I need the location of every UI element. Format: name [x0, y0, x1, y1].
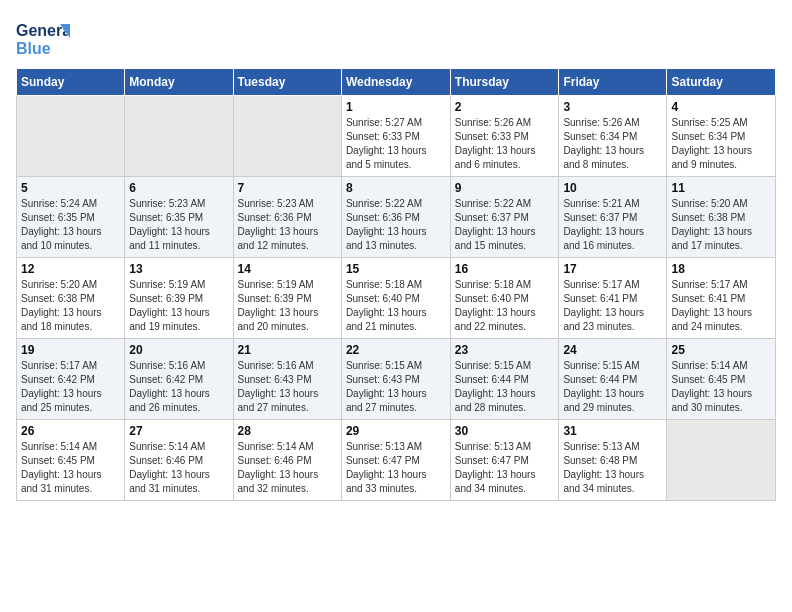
calendar-cell: 23Sunrise: 5:15 AMSunset: 6:44 PMDayligh…: [450, 339, 559, 420]
day-info: Sunrise: 5:17 AMSunset: 6:42 PMDaylight:…: [21, 359, 120, 415]
day-info: Sunrise: 5:18 AMSunset: 6:40 PMDaylight:…: [346, 278, 446, 334]
day-number: 20: [129, 343, 228, 357]
logo: General Blue: [16, 16, 70, 60]
calendar-table: Sunday Monday Tuesday Wednesday Thursday…: [16, 68, 776, 501]
calendar-cell: 24Sunrise: 5:15 AMSunset: 6:44 PMDayligh…: [559, 339, 667, 420]
day-number: 8: [346, 181, 446, 195]
calendar-cell: 28Sunrise: 5:14 AMSunset: 6:46 PMDayligh…: [233, 420, 341, 501]
calendar-cell: 20Sunrise: 5:16 AMSunset: 6:42 PMDayligh…: [125, 339, 233, 420]
day-number: 19: [21, 343, 120, 357]
day-number: 30: [455, 424, 555, 438]
day-number: 22: [346, 343, 446, 357]
calendar-cell: [125, 96, 233, 177]
day-info: Sunrise: 5:24 AMSunset: 6:35 PMDaylight:…: [21, 197, 120, 253]
day-info: Sunrise: 5:18 AMSunset: 6:40 PMDaylight:…: [455, 278, 555, 334]
day-info: Sunrise: 5:13 AMSunset: 6:47 PMDaylight:…: [455, 440, 555, 496]
calendar-cell: 13Sunrise: 5:19 AMSunset: 6:39 PMDayligh…: [125, 258, 233, 339]
col-sunday: Sunday: [17, 69, 125, 96]
calendar-cell: 4Sunrise: 5:25 AMSunset: 6:34 PMDaylight…: [667, 96, 776, 177]
calendar-cell: 29Sunrise: 5:13 AMSunset: 6:47 PMDayligh…: [341, 420, 450, 501]
day-info: Sunrise: 5:25 AMSunset: 6:34 PMDaylight:…: [671, 116, 771, 172]
day-number: 15: [346, 262, 446, 276]
day-number: 3: [563, 100, 662, 114]
day-info: Sunrise: 5:27 AMSunset: 6:33 PMDaylight:…: [346, 116, 446, 172]
day-number: 18: [671, 262, 771, 276]
calendar-week-4: 19Sunrise: 5:17 AMSunset: 6:42 PMDayligh…: [17, 339, 776, 420]
calendar-cell: 30Sunrise: 5:13 AMSunset: 6:47 PMDayligh…: [450, 420, 559, 501]
calendar-cell: 11Sunrise: 5:20 AMSunset: 6:38 PMDayligh…: [667, 177, 776, 258]
calendar-cell: 2Sunrise: 5:26 AMSunset: 6:33 PMDaylight…: [450, 96, 559, 177]
day-number: 6: [129, 181, 228, 195]
day-info: Sunrise: 5:14 AMSunset: 6:45 PMDaylight:…: [21, 440, 120, 496]
day-info: Sunrise: 5:19 AMSunset: 6:39 PMDaylight:…: [129, 278, 228, 334]
day-info: Sunrise: 5:14 AMSunset: 6:46 PMDaylight:…: [129, 440, 228, 496]
day-number: 12: [21, 262, 120, 276]
day-info: Sunrise: 5:16 AMSunset: 6:42 PMDaylight:…: [129, 359, 228, 415]
calendar-header-row: Sunday Monday Tuesday Wednesday Thursday…: [17, 69, 776, 96]
day-number: 7: [238, 181, 337, 195]
day-number: 27: [129, 424, 228, 438]
day-number: 13: [129, 262, 228, 276]
day-number: 1: [346, 100, 446, 114]
col-thursday: Thursday: [450, 69, 559, 96]
calendar-week-1: 1Sunrise: 5:27 AMSunset: 6:33 PMDaylight…: [17, 96, 776, 177]
calendar-cell: 26Sunrise: 5:14 AMSunset: 6:45 PMDayligh…: [17, 420, 125, 501]
page-header: General Blue: [16, 16, 776, 60]
day-number: 10: [563, 181, 662, 195]
calendar-cell: 27Sunrise: 5:14 AMSunset: 6:46 PMDayligh…: [125, 420, 233, 501]
day-number: 25: [671, 343, 771, 357]
svg-text:Blue: Blue: [16, 40, 51, 57]
day-number: 17: [563, 262, 662, 276]
calendar-cell: 5Sunrise: 5:24 AMSunset: 6:35 PMDaylight…: [17, 177, 125, 258]
col-saturday: Saturday: [667, 69, 776, 96]
day-info: Sunrise: 5:22 AMSunset: 6:37 PMDaylight:…: [455, 197, 555, 253]
calendar-cell: 14Sunrise: 5:19 AMSunset: 6:39 PMDayligh…: [233, 258, 341, 339]
calendar-cell: 25Sunrise: 5:14 AMSunset: 6:45 PMDayligh…: [667, 339, 776, 420]
calendar-week-3: 12Sunrise: 5:20 AMSunset: 6:38 PMDayligh…: [17, 258, 776, 339]
day-number: 21: [238, 343, 337, 357]
day-info: Sunrise: 5:13 AMSunset: 6:47 PMDaylight:…: [346, 440, 446, 496]
calendar-cell: 16Sunrise: 5:18 AMSunset: 6:40 PMDayligh…: [450, 258, 559, 339]
calendar-cell: [17, 96, 125, 177]
calendar-cell: 10Sunrise: 5:21 AMSunset: 6:37 PMDayligh…: [559, 177, 667, 258]
calendar-cell: 18Sunrise: 5:17 AMSunset: 6:41 PMDayligh…: [667, 258, 776, 339]
calendar-cell: 15Sunrise: 5:18 AMSunset: 6:40 PMDayligh…: [341, 258, 450, 339]
day-number: 16: [455, 262, 555, 276]
day-info: Sunrise: 5:13 AMSunset: 6:48 PMDaylight:…: [563, 440, 662, 496]
calendar-cell: 8Sunrise: 5:22 AMSunset: 6:36 PMDaylight…: [341, 177, 450, 258]
day-info: Sunrise: 5:19 AMSunset: 6:39 PMDaylight:…: [238, 278, 337, 334]
calendar-cell: 7Sunrise: 5:23 AMSunset: 6:36 PMDaylight…: [233, 177, 341, 258]
col-monday: Monday: [125, 69, 233, 96]
calendar-cell: 22Sunrise: 5:15 AMSunset: 6:43 PMDayligh…: [341, 339, 450, 420]
day-info: Sunrise: 5:17 AMSunset: 6:41 PMDaylight:…: [671, 278, 771, 334]
calendar-cell: [667, 420, 776, 501]
day-number: 26: [21, 424, 120, 438]
logo-icon: General Blue: [16, 16, 70, 60]
day-number: 2: [455, 100, 555, 114]
calendar-cell: 19Sunrise: 5:17 AMSunset: 6:42 PMDayligh…: [17, 339, 125, 420]
calendar-week-2: 5Sunrise: 5:24 AMSunset: 6:35 PMDaylight…: [17, 177, 776, 258]
day-number: 24: [563, 343, 662, 357]
day-info: Sunrise: 5:17 AMSunset: 6:41 PMDaylight:…: [563, 278, 662, 334]
day-number: 23: [455, 343, 555, 357]
day-info: Sunrise: 5:15 AMSunset: 6:43 PMDaylight:…: [346, 359, 446, 415]
day-info: Sunrise: 5:14 AMSunset: 6:45 PMDaylight:…: [671, 359, 771, 415]
day-info: Sunrise: 5:20 AMSunset: 6:38 PMDaylight:…: [21, 278, 120, 334]
day-info: Sunrise: 5:16 AMSunset: 6:43 PMDaylight:…: [238, 359, 337, 415]
day-info: Sunrise: 5:23 AMSunset: 6:36 PMDaylight:…: [238, 197, 337, 253]
col-wednesday: Wednesday: [341, 69, 450, 96]
calendar-cell: 9Sunrise: 5:22 AMSunset: 6:37 PMDaylight…: [450, 177, 559, 258]
calendar-cell: 12Sunrise: 5:20 AMSunset: 6:38 PMDayligh…: [17, 258, 125, 339]
day-info: Sunrise: 5:26 AMSunset: 6:34 PMDaylight:…: [563, 116, 662, 172]
day-number: 31: [563, 424, 662, 438]
day-info: Sunrise: 5:14 AMSunset: 6:46 PMDaylight:…: [238, 440, 337, 496]
calendar-cell: 31Sunrise: 5:13 AMSunset: 6:48 PMDayligh…: [559, 420, 667, 501]
calendar-cell: [233, 96, 341, 177]
calendar-cell: 21Sunrise: 5:16 AMSunset: 6:43 PMDayligh…: [233, 339, 341, 420]
calendar-cell: 3Sunrise: 5:26 AMSunset: 6:34 PMDaylight…: [559, 96, 667, 177]
day-number: 28: [238, 424, 337, 438]
col-tuesday: Tuesday: [233, 69, 341, 96]
calendar-week-5: 26Sunrise: 5:14 AMSunset: 6:45 PMDayligh…: [17, 420, 776, 501]
day-number: 4: [671, 100, 771, 114]
day-info: Sunrise: 5:23 AMSunset: 6:35 PMDaylight:…: [129, 197, 228, 253]
